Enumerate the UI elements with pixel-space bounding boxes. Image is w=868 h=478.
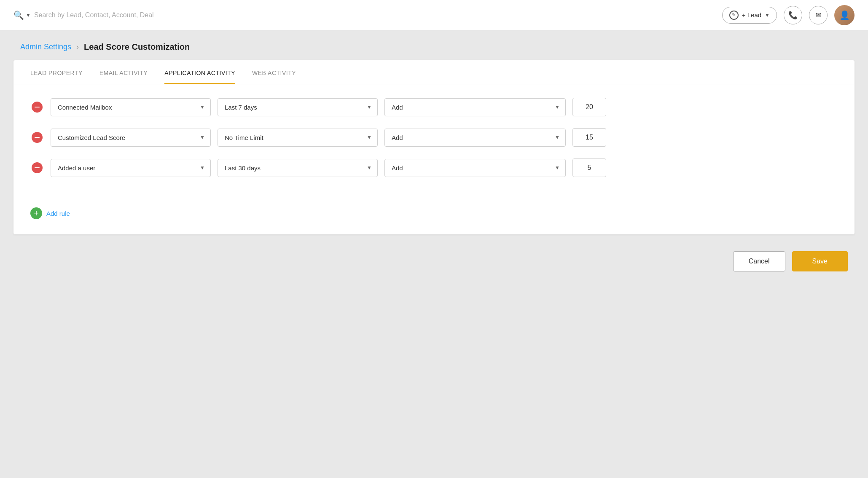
field-select-2-wrap: Connected Mailbox Customized Lead Score … xyxy=(51,129,211,147)
breadcrumb: Admin Settings › Lead Score Customizatio… xyxy=(0,30,868,60)
add-rule-icon[interactable] xyxy=(30,207,42,219)
avatar-image: 👤 xyxy=(834,5,855,25)
cancel-button[interactable]: Cancel xyxy=(733,251,785,271)
nav-right: ✎ + Lead ▼ 📞 ✉ 👤 xyxy=(722,5,855,25)
add-rule-wrap: Add rule xyxy=(13,202,855,234)
field-select-3-wrap: Connected Mailbox Customized Lead Score … xyxy=(51,159,211,177)
table-row: Connected Mailbox Customized Lead Score … xyxy=(30,158,838,177)
search-icon: 🔍 xyxy=(13,10,24,20)
action-select-3-wrap: Add Subtract ▼ xyxy=(384,159,566,177)
search-area: 🔍 ▼ Search by Lead, Contact, Account, De… xyxy=(13,10,722,20)
score-input-2[interactable] xyxy=(572,128,606,147)
phone-button[interactable]: 📞 xyxy=(784,6,802,24)
person-icon: ✎ xyxy=(729,11,739,20)
action-select-2-wrap: Add Subtract ▼ xyxy=(384,129,566,147)
action-select-3[interactable]: Add Subtract xyxy=(384,159,566,177)
time-select-2[interactable]: Last 7 days No Time Limit Last 30 days xyxy=(218,129,378,147)
add-lead-button[interactable]: ✎ + Lead ▼ xyxy=(722,7,777,24)
time-select-1-wrap: Last 7 days No Time Limit Last 30 days L… xyxy=(218,98,378,116)
minus-icon xyxy=(32,162,43,173)
time-select-1[interactable]: Last 7 days No Time Limit Last 30 days L… xyxy=(218,98,378,116)
action-select-1-wrap: Add Subtract ▼ xyxy=(384,98,566,116)
footer-actions: Cancel Save xyxy=(0,234,868,297)
action-select-2[interactable]: Add Subtract xyxy=(384,129,566,147)
table-row: Connected Mailbox Customized Lead Score … xyxy=(30,128,838,147)
minus-icon xyxy=(32,132,43,143)
search-placeholder[interactable]: Search by Lead, Contact, Account, Deal xyxy=(34,11,154,19)
tab-web-activity[interactable]: WEB ACTIVITY xyxy=(252,60,296,84)
time-select-3-wrap: Last 7 days No Time Limit Last 30 days ▼ xyxy=(218,159,378,177)
tab-application-activity[interactable]: APPLICATION ACTIVITY xyxy=(164,60,235,84)
field-select-3[interactable]: Connected Mailbox Customized Lead Score … xyxy=(51,159,211,177)
time-select-3[interactable]: Last 7 days No Time Limit Last 30 days xyxy=(218,159,378,177)
action-select-1[interactable]: Add Subtract xyxy=(384,98,566,116)
field-select-2[interactable]: Connected Mailbox Customized Lead Score … xyxy=(51,129,211,147)
remove-rule-3-button[interactable] xyxy=(30,161,44,175)
tab-lead-property[interactable]: LEAD PROPERTY xyxy=(30,60,83,84)
tabs-bar: LEAD PROPERTY EMAIL ACTIVITY APPLICATION… xyxy=(13,60,855,84)
user-avatar[interactable]: 👤 xyxy=(834,5,855,25)
minus-icon xyxy=(32,102,43,113)
field-select-1-wrap: Connected Mailbox Customized Lead Score … xyxy=(51,98,211,116)
phone-icon: 📞 xyxy=(788,11,798,20)
breadcrumb-separator: › xyxy=(76,43,79,51)
tab-email-activity[interactable]: EMAIL ACTIVITY xyxy=(99,60,148,84)
email-icon: ✉ xyxy=(816,11,821,19)
score-input-1[interactable] xyxy=(572,98,606,116)
search-icon-wrap[interactable]: 🔍 ▼ xyxy=(13,10,31,20)
field-select-1[interactable]: Connected Mailbox Customized Lead Score … xyxy=(51,98,211,116)
breadcrumb-parent[interactable]: Admin Settings xyxy=(20,43,71,51)
save-button[interactable]: Save xyxy=(792,251,848,271)
time-select-2-wrap: Last 7 days No Time Limit Last 30 days ▼ xyxy=(218,129,378,147)
main-card: LEAD PROPERTY EMAIL ACTIVITY APPLICATION… xyxy=(13,60,855,234)
email-button[interactable]: ✉ xyxy=(809,6,828,24)
remove-rule-2-button[interactable] xyxy=(30,131,44,144)
score-input-3[interactable] xyxy=(572,158,606,177)
remove-rule-1-button[interactable] xyxy=(30,100,44,114)
search-dropdown-arrow[interactable]: ▼ xyxy=(26,12,31,18)
breadcrumb-current: Lead Score Customization xyxy=(84,42,190,52)
table-row: Connected Mailbox Customized Lead Score … xyxy=(30,98,838,116)
add-lead-label: + Lead xyxy=(742,11,761,19)
rules-area: Connected Mailbox Customized Lead Score … xyxy=(13,84,855,202)
top-navigation: 🔍 ▼ Search by Lead, Contact, Account, De… xyxy=(0,0,868,30)
add-lead-dropdown-arrow[interactable]: ▼ xyxy=(765,12,770,18)
add-rule-button[interactable]: Add rule xyxy=(46,210,70,217)
